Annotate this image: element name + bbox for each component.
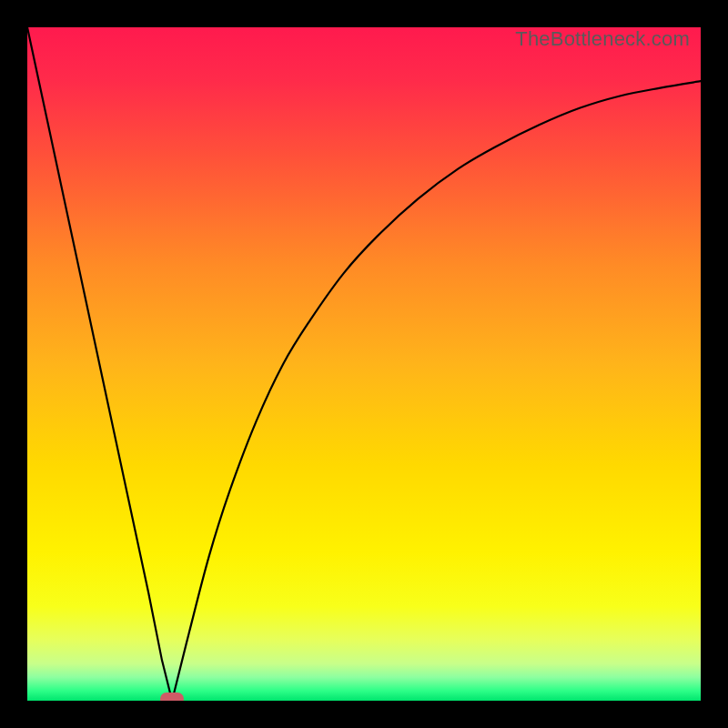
bottleneck-curve — [27, 27, 701, 701]
minimum-marker — [160, 693, 184, 701]
plot-area: TheBottleneck.com — [27, 27, 701, 701]
chart-frame: TheBottleneck.com — [0, 0, 728, 728]
